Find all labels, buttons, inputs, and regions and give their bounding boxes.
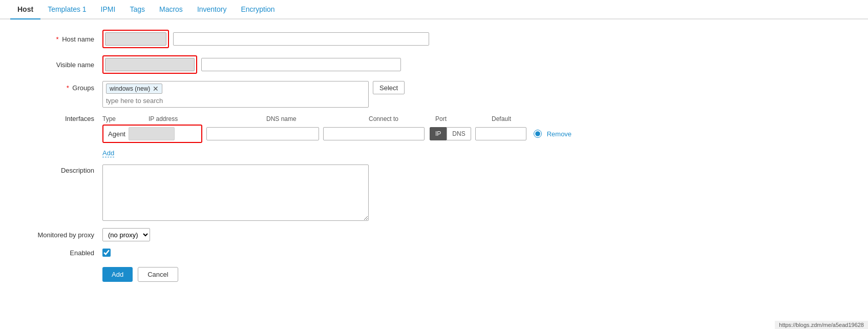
col-dns-header: DNS name — [266, 115, 369, 122]
col-type-header: Type — [102, 115, 149, 122]
host-name-row: * Host name — [20, 30, 848, 48]
groups-search-input[interactable] — [106, 97, 365, 105]
ip-address-input[interactable] — [206, 127, 319, 140]
group-tag-remove[interactable]: ✕ — [153, 85, 159, 92]
bottom-buttons: Add Cancel — [102, 267, 848, 282]
groups-row: * Groups windows (new) ✕ Select — [20, 81, 848, 108]
host-name-label: * Host name — [20, 35, 102, 43]
description-row: Description — [20, 164, 848, 221]
tab-ipmi[interactable]: IPMI — [94, 0, 123, 19]
groups-wrapper: windows (new) ✕ Select — [102, 81, 405, 108]
interfaces-cols-header: Type IP address DNS name Connect to Port… — [102, 115, 543, 122]
col-default-header: Default — [492, 115, 543, 122]
groups-label-text: Groups — [72, 84, 94, 92]
col-ip-header: IP address — [149, 115, 266, 122]
host-name-input[interactable] — [105, 32, 166, 46]
cancel-button[interactable]: Cancel — [138, 267, 178, 282]
page-wrapper: Host Templates 1 IPMI Tags Macros Invent… — [0, 0, 868, 329]
interfaces-header-row: Interfaces Type IP address DNS name Conn… — [20, 115, 848, 122]
visible-name-label: Visible name — [20, 61, 102, 69]
agent-redbox: Agent — [102, 125, 202, 143]
tab-encryption[interactable]: Encryption — [234, 0, 282, 19]
agent-ip-input[interactable] — [129, 127, 175, 140]
enabled-label: Enabled — [20, 249, 102, 257]
description-textarea[interactable] — [102, 164, 369, 221]
host-name-required: * — [56, 35, 58, 43]
host-name-extra-input[interactable] — [173, 32, 429, 46]
visible-name-label-text: Visible name — [56, 61, 94, 69]
group-tag-label: windows (new) — [110, 85, 150, 92]
group-tag-windows: windows (new) ✕ — [106, 84, 162, 94]
col-port-header: Port — [435, 115, 492, 122]
select-button[interactable]: Select — [373, 81, 405, 94]
agent-label-text: Agent — [105, 130, 129, 138]
status-bar: https://blogs.zdm/me/a5ead19628 — [775, 321, 868, 329]
tab-tags[interactable]: Tags — [122, 0, 152, 19]
group-tags-row: windows (new) ✕ — [106, 84, 365, 96]
default-radio[interactable] — [534, 130, 542, 138]
dns-connect-btn[interactable]: DNS — [447, 127, 471, 140]
groups-label: * Groups — [20, 81, 102, 92]
form-area: * Host name Visible name * Groups — [0, 19, 868, 292]
tab-templates[interactable]: Templates 1 — [40, 0, 93, 19]
interfaces-label: Interfaces — [20, 115, 102, 122]
visible-name-row: Visible name — [20, 55, 848, 74]
proxy-row: Monitored by proxy (no proxy) — [20, 228, 848, 241]
tab-inventory[interactable]: Inventory — [190, 0, 234, 19]
col-connect-header: Connect to — [369, 115, 435, 122]
enabled-checkbox[interactable] — [102, 249, 111, 257]
tab-host[interactable]: Host — [10, 0, 40, 19]
add-interface-link[interactable]: Add — [102, 149, 114, 157]
visible-name-redbox — [102, 55, 197, 74]
proxy-select[interactable]: (no proxy) — [102, 228, 150, 241]
tab-bar: Host Templates 1 IPMI Tags Macros Invent… — [0, 0, 868, 19]
dns-name-input[interactable] — [323, 127, 425, 140]
proxy-label: Monitored by proxy — [20, 231, 102, 239]
remove-link[interactable]: Remove — [547, 130, 571, 138]
add-button[interactable]: Add — [102, 267, 133, 282]
visible-name-input[interactable] — [105, 58, 195, 71]
interfaces-data-row: Agent IP DNS 10050 Remove — [20, 125, 848, 143]
groups-required: * — [67, 84, 69, 92]
host-name-label-text: Host name — [62, 35, 94, 43]
add-link-wrapper: Add — [20, 145, 848, 157]
tab-macros[interactable]: Macros — [152, 0, 190, 19]
port-input[interactable]: 10050 — [475, 127, 526, 140]
enabled-row: Enabled — [20, 249, 848, 257]
groups-input-area[interactable]: windows (new) ✕ — [102, 81, 369, 108]
description-label: Description — [20, 164, 102, 174]
host-name-redbox — [102, 30, 169, 48]
visible-name-extra-input[interactable] — [201, 58, 401, 71]
ip-connect-btn[interactable]: IP — [430, 127, 447, 140]
connect-buttons: IP DNS — [430, 127, 471, 140]
